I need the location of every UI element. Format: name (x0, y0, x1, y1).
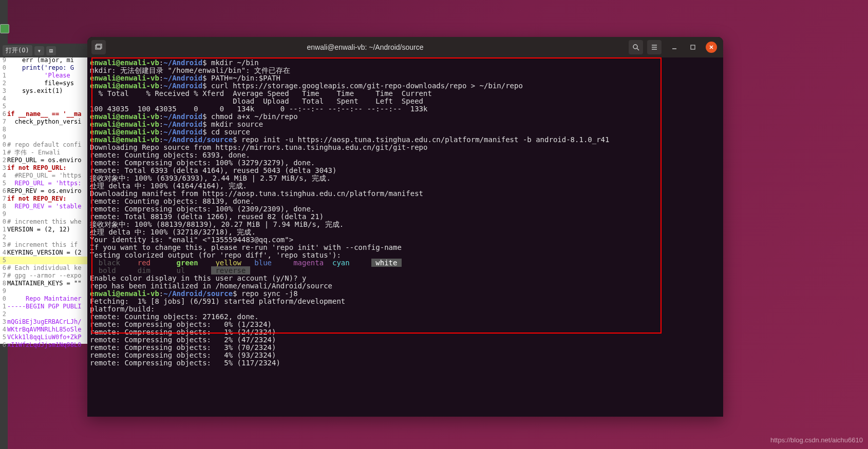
editor-line: 8 REPO_REV = 'stable (0, 203, 90, 210)
terminal-line: remote: Compressing objects: 0% (1/2324) (90, 321, 721, 328)
editor-line: 5 REPO_URL = 'https: (0, 180, 90, 187)
editor-line: 7if not REPO_REV: (0, 195, 90, 203)
maximize-button[interactable] (687, 42, 699, 53)
terminal-line: remote: Compressing objects: 5% (117/232… (90, 359, 721, 367)
editor-line: 3# increment this if (0, 241, 90, 249)
editor-line: 5 (0, 257, 90, 264)
editor-line: 1# 李伟 - Enwali (0, 149, 90, 157)
editor-line: 2 file=sys (0, 80, 90, 87)
editor-toolbar: 打开(O) ▾ ⊞ (0, 44, 90, 57)
terminal-line: % Total % Received % Xferd Average Speed… (90, 90, 721, 97)
editor-line: 9 (0, 133, 90, 141)
editor-line: 3 sys.exit(1) (0, 87, 90, 95)
terminal-line: platform/build: (90, 305, 721, 313)
terminal-line: Dload Upload Total Spent Left Speed (90, 97, 721, 105)
terminal-line: remote: Compressing objects: 3% (70/2324… (90, 344, 721, 352)
open-file-button[interactable]: 打开(O) (3, 45, 32, 56)
editor-line: 0 Repo Maintainer (0, 295, 90, 303)
editor-line: 7 check_python_versi (0, 118, 90, 126)
terminal-line: enwali@enwali-vb:~/Android/source$ repo … (90, 290, 721, 298)
terminal-line: remote: Compressing objects: 1% (24/2324… (90, 328, 721, 336)
terminal-line: Fetching: 1% [8 jobs] (6/591) started pl… (90, 298, 721, 305)
editor-code-area[interactable]: 9 err (major, mi0 print('repo: G1 'Pleas… (0, 56, 90, 349)
terminal-line: Your identity is: "enali" <"1355594483@q… (90, 236, 721, 244)
terminal-line: Downloading Repo source from https://mir… (90, 144, 721, 151)
editor-line: 6xI1WfzLqdJjsm1Nq98L0 (0, 341, 90, 349)
svg-line-3 (637, 48, 639, 50)
terminal-line: remote: Total 88139 (delta 1266), reused… (90, 213, 721, 221)
watermark-text: https://blog.csdn.net/aichu6610 (770, 436, 863, 444)
editor-line: 9 (0, 210, 90, 218)
terminal-line: remote: Counting objects: 6393, done. (90, 151, 721, 159)
terminal-line: enwali@enwali-vb:~/Android$ mkdir ~/bin (90, 59, 721, 67)
terminal-title: enwali@enwali-vb: ~/Android/source (106, 43, 625, 51)
editor-line: 6REPO_REV = os.enviro (0, 187, 90, 195)
terminal-titlebar[interactable]: enwali@enwali-vb: ~/Android/source (87, 37, 723, 57)
editor-line: 5 (0, 103, 90, 110)
terminal-line: remote: Compressing objects: 4% (93/2324… (90, 352, 721, 359)
terminal-line: 处理 delta 中: 100% (32718/32718), 完成. (90, 228, 721, 236)
terminal-line: remote: Total 6393 (delta 4164), reused … (90, 167, 721, 174)
svg-rect-8 (691, 45, 695, 49)
terminal-line: 100 43035 100 43035 0 0 134k 0 --:--:-- … (90, 105, 721, 113)
search-button[interactable] (629, 40, 643, 54)
terminal-body[interactable]: enwali@enwali-vb:~/Android$ mkdir ~/binm… (87, 57, 723, 368)
editor-line: 4WKtrBqAVMNRLhL85oSle (0, 326, 90, 334)
terminal-line: 接收对象中: 100% (6393/6393), 2.44 MiB | 2.57… (90, 174, 721, 182)
editor-line: 9 (0, 287, 90, 295)
minimize-button[interactable] (669, 42, 680, 53)
editor-line: 5VCkk1l8qqLiuW0fo+ZkP (0, 334, 90, 341)
terminal-line: repo has been initialized in /home/enwal… (90, 282, 721, 290)
terminal-line: mkdir: 无法创建目录 "/home/enwali/bin": 文件已存在 (90, 67, 721, 74)
editor-line: 4 #REPO_URL = 'https (0, 172, 90, 180)
terminal-line: remote: Compressing objects: 100% (3279/… (90, 159, 721, 167)
close-button[interactable] (706, 42, 717, 53)
editor-line: 2 (0, 233, 90, 241)
terminal-line: 接收对象中: 100% (88139/88139), 20.27 MiB | 7… (90, 221, 721, 228)
terminal-line: remote: Compressing objects: 100% (2309/… (90, 205, 721, 213)
editor-line: 1-----BEGIN PGP PUBLI (0, 303, 90, 310)
editor-line: 0 print('repo: G (0, 64, 90, 72)
editor-line: 9 err (major, mi (0, 56, 90, 64)
vm-icon (0, 24, 9, 33)
terminal-line: remote: Compressing objects: 2% (47/2324… (90, 336, 721, 344)
terminal-line: Downloading manifest from https://aosp.t… (90, 190, 721, 198)
terminal-line: If you want to change this, please re-ru… (90, 244, 721, 251)
menu-button[interactable] (647, 40, 662, 54)
new-tab-button[interactable]: ⊞ (46, 46, 56, 55)
editor-line: 6if __name__ == '__ma (0, 110, 90, 118)
editor-line: 8MAINTAINER_KEYS = "" (0, 280, 90, 287)
editor-line: 3if not REPO_URL: (0, 164, 90, 172)
terminal-line: enwali@enwali-vb:~/Android$ curl https:/… (90, 82, 721, 90)
terminal-line: enwali@enwali-vb:~/Android$ chmod a+x ~/… (90, 113, 721, 121)
terminal-line: remote: Counting objects: 271662, done. (90, 313, 721, 321)
editor-line: 0# increment this whe (0, 218, 90, 226)
editor-line: 2REPO_URL = os.enviro (0, 157, 90, 164)
terminal-line: enwali@enwali-vb:~/Android$ mkdir source (90, 121, 721, 128)
editor-line: 2 (0, 310, 90, 318)
editor-line: 4 (0, 95, 90, 103)
svg-point-2 (633, 45, 637, 49)
editor-line: 1 'Please (0, 72, 90, 80)
editor-line: 3mQGiBEj3ugERBACrLJh/ (0, 318, 90, 326)
terminal-line: Testing colorized output (for 'repo diff… (90, 251, 721, 259)
editor-line: 4KEYRING_VERSION = (2 (0, 249, 90, 257)
terminal-line: enwali@enwali-vb:~/Android$ cd source (90, 128, 721, 136)
terminal-line: enwali@enwali-vb:~/Android$ PATH=~/bin:$… (90, 74, 721, 82)
editor-line: 0# repo default confi (0, 141, 90, 149)
editor-line: 6# Each individual ke (0, 264, 90, 272)
terminal-line: bold dim ul reverse (90, 267, 721, 275)
terminal-line: remote: Counting objects: 88139, done. (90, 198, 721, 205)
editor-line: 7# gpg --armor --expo (0, 272, 90, 280)
terminal-line: Enable color display in this user accoun… (90, 275, 721, 282)
editor-line: 8 (0, 126, 90, 133)
terminal-line: black red green yellow blue magenta cyan… (90, 259, 721, 267)
terminal-line: 处理 delta 中: 100% (4164/4164), 完成. (90, 182, 721, 190)
editor-line: 1VERSION = (2, 12) (0, 226, 90, 233)
terminal-window: enwali@enwali-vb: ~/Android/source enwal… (87, 37, 723, 417)
open-dropdown-button[interactable]: ▾ (34, 46, 44, 55)
terminal-line: enwali@enwali-vb:~/Android/source$ repo … (90, 136, 721, 144)
new-terminal-tab-button[interactable] (91, 40, 106, 54)
